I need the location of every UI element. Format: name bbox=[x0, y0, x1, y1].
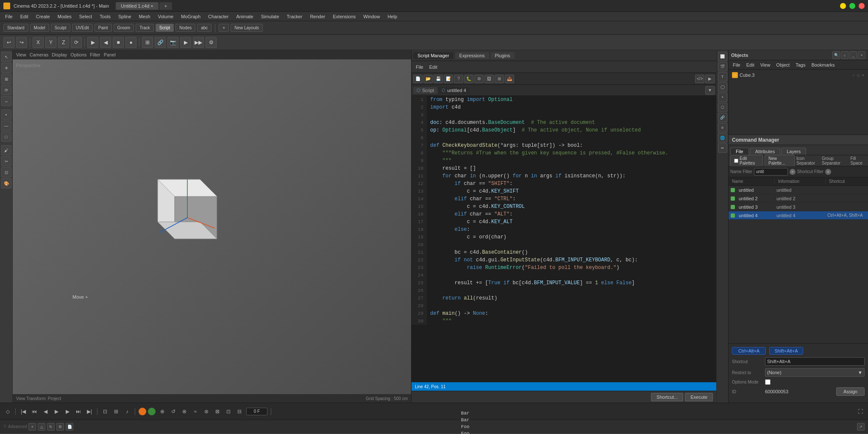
shortcut-filter-clear[interactable]: × bbox=[825, 169, 831, 175]
fx-doc[interactable]: 📄 bbox=[66, 423, 73, 431]
obj-menu-tags[interactable]: Tags bbox=[793, 62, 808, 68]
vtb-layers[interactable]: ≡ bbox=[718, 123, 727, 132]
obj-menu-bookmarks[interactable]: Bookmarks bbox=[809, 62, 837, 68]
tool-scale[interactable]: ⊞ bbox=[1, 74, 11, 84]
object-cube3[interactable]: □ Cube.3 ✓ ⊙ ✦ bbox=[730, 71, 866, 79]
toolbar-snap[interactable]: 🔗 bbox=[155, 37, 166, 48]
tool-brush[interactable]: 🖌 bbox=[1, 145, 11, 155]
menu-edit[interactable]: Edit bbox=[17, 13, 32, 20]
viewport-display-menu[interactable]: Display bbox=[52, 52, 67, 57]
cm-row-untitled2[interactable]: untitled 2 untitled 2 bbox=[729, 194, 868, 203]
options-mode-checkbox[interactable] bbox=[765, 379, 771, 385]
mode-model[interactable]: Model bbox=[30, 24, 49, 32]
objects-minimize[interactable]: _ bbox=[849, 51, 857, 59]
cm-tab-attributes[interactable]: Attributes bbox=[750, 148, 780, 155]
tl-extra5[interactable]: ⊛ bbox=[202, 407, 211, 416]
tool-select[interactable]: ↖ bbox=[1, 52, 11, 62]
menu-simulate[interactable]: Simulate bbox=[258, 13, 283, 20]
name-filter-clear[interactable]: × bbox=[790, 169, 796, 175]
toolbar-render[interactable]: ▶ bbox=[180, 37, 191, 48]
edit-palettes-checkbox[interactable]: Edit Palettes bbox=[730, 155, 763, 167]
script-save-as[interactable]: 📝 bbox=[444, 75, 453, 83]
fx-triangle[interactable]: △ bbox=[38, 423, 45, 431]
script-run-mode[interactable]: </> bbox=[695, 75, 704, 83]
code-editor[interactable]: 1 from typing import Optional 2 import c… bbox=[412, 96, 716, 382]
minimize-button[interactable] bbox=[840, 3, 846, 9]
vtb-sphere[interactable]: ◯ bbox=[718, 82, 727, 92]
toolbar-rec[interactable]: ● bbox=[125, 37, 136, 48]
edit-palettes-check[interactable] bbox=[734, 159, 738, 163]
tool-knife[interactable]: ✂ bbox=[1, 156, 11, 166]
vtb-geo[interactable]: ⬡ bbox=[718, 103, 727, 112]
tl-next-frame[interactable]: ▶ bbox=[63, 407, 72, 416]
tl-extra3[interactable]: ⊗ bbox=[180, 407, 189, 416]
assign-button[interactable]: Assign bbox=[836, 387, 865, 396]
menu-animate[interactable]: Animate bbox=[233, 13, 256, 20]
viewport-options-menu[interactable]: Options bbox=[70, 52, 86, 57]
menu-tools[interactable]: Tools bbox=[96, 13, 114, 20]
tool-extrude[interactable]: ⊡ bbox=[1, 167, 11, 177]
tl-fullscreen[interactable]: ⛶ bbox=[856, 407, 865, 416]
objects-close[interactable]: × bbox=[858, 51, 865, 59]
script-tab-untitled4[interactable]: ⬡ untitled 4 bbox=[438, 87, 470, 94]
script-edit-menu[interactable]: Edit bbox=[427, 64, 440, 70]
shortcut-input[interactable] bbox=[765, 357, 865, 366]
viewport-filter-menu[interactable]: Filter bbox=[90, 52, 100, 57]
tl-end[interactable]: ▶| bbox=[85, 407, 94, 416]
vtb-objects[interactable]: ⬜ bbox=[718, 52, 727, 61]
toolbar-coord-x[interactable]: X bbox=[33, 37, 44, 48]
toolbar-coord-y[interactable]: Y bbox=[45, 37, 56, 48]
viewport-view-menu[interactable]: View bbox=[16, 52, 26, 57]
tl-extra2[interactable]: ↺ bbox=[169, 407, 178, 416]
menu-window[interactable]: Window bbox=[360, 13, 383, 20]
tool-move[interactable]: ✛ bbox=[1, 63, 11, 73]
mode-track[interactable]: Track bbox=[136, 24, 154, 32]
vtb-link[interactable]: 🔗 bbox=[718, 113, 727, 122]
tl-extra6[interactable]: ⊠ bbox=[213, 407, 222, 416]
fx-expand[interactable]: ↗ bbox=[857, 423, 865, 431]
menu-select[interactable]: Select bbox=[76, 13, 96, 20]
toolbar-grid[interactable]: ⊞ bbox=[142, 37, 153, 48]
cm-tab-layers[interactable]: Layers bbox=[781, 148, 806, 155]
tab-expressions[interactable]: Expressions bbox=[455, 52, 489, 59]
script-export[interactable]: 📤 bbox=[505, 75, 514, 83]
mode-plus[interactable]: + bbox=[219, 24, 229, 32]
viewport-cameras-menu[interactable]: Cameras bbox=[30, 52, 49, 57]
viewport-panel-menu[interactable]: Panel bbox=[104, 52, 116, 57]
close-button[interactable] bbox=[859, 3, 865, 9]
obj-menu-object[interactable]: Object bbox=[773, 62, 792, 68]
mode-nodes[interactable]: Nodes bbox=[175, 24, 195, 32]
mode-groom[interactable]: Groom bbox=[114, 24, 134, 32]
mode-script[interactable]: Script bbox=[156, 24, 174, 32]
vtb-scene[interactable]: 🎬 bbox=[718, 62, 727, 71]
cm-tab-file[interactable]: File bbox=[730, 148, 749, 155]
script-arrow[interactable]: ▶ bbox=[705, 75, 715, 83]
tl-prev-frame[interactable]: ◀ bbox=[41, 407, 50, 416]
menu-file[interactable]: File bbox=[2, 13, 16, 20]
tl-mode2[interactable]: ⊞ bbox=[112, 407, 120, 416]
mode-standard[interactable]: Standard bbox=[3, 24, 28, 32]
frame-input[interactable] bbox=[246, 408, 267, 415]
tl-extra8[interactable]: ⊟ bbox=[235, 407, 244, 416]
script-file-menu[interactable]: File bbox=[413, 64, 426, 70]
toolbar-play-rev[interactable]: ◀ bbox=[100, 37, 111, 48]
tool-paint[interactable]: 🎨 bbox=[1, 178, 11, 188]
fx-close[interactable]: × bbox=[28, 423, 36, 431]
script-open[interactable]: 📂 bbox=[423, 75, 433, 83]
title-tab-active[interactable]: Untitled 1.c4d × bbox=[116, 2, 159, 10]
toolbar-render-all[interactable]: ▶▶ bbox=[193, 37, 204, 48]
mode-sculpt[interactable]: Sculpt bbox=[51, 24, 70, 32]
execute-button[interactable]: Execute bbox=[685, 393, 713, 401]
menu-volume[interactable]: Volume bbox=[155, 13, 177, 20]
vtb-globe[interactable]: 🌐 bbox=[718, 133, 727, 143]
name-filter-input[interactable] bbox=[754, 168, 788, 176]
tl-extra1[interactable]: ⊕ bbox=[158, 407, 167, 416]
script-new[interactable]: 📄 bbox=[413, 75, 423, 83]
fx-gear[interactable]: ⚙ bbox=[56, 423, 64, 431]
mode-paint[interactable]: Paint bbox=[95, 24, 112, 32]
menu-help[interactable]: Help bbox=[384, 13, 401, 20]
tool-rotate[interactable]: ⟳ bbox=[1, 85, 11, 95]
fx-refresh[interactable]: ↻ bbox=[47, 423, 55, 431]
obj-menu-file[interactable]: File bbox=[730, 62, 743, 68]
toolbar-undo[interactable]: ↩ bbox=[3, 37, 14, 48]
